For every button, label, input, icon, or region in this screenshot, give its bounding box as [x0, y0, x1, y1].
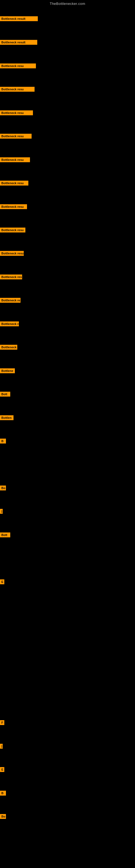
- bottleneck-bar-24: |: [0, 744, 3, 749]
- bottleneck-bar-1: Bottleneck result: [0, 40, 37, 45]
- bottleneck-bar-4: Bottleneck resu: [0, 111, 33, 115]
- bottleneck-bar-26: B: [0, 791, 6, 796]
- bottleneck-bar-15: Bottlene: [0, 368, 15, 373]
- bottleneck-bar-23: F: [0, 720, 4, 725]
- bottleneck-bar-5: Bottleneck resu: [0, 134, 32, 138]
- site-title: TheBottlenecker.com: [0, 0, 135, 7]
- bottleneck-bar-20: |: [0, 509, 3, 514]
- bottleneck-bar-14: Bottleneck r: [0, 345, 17, 350]
- bottleneck-bar-18: B: [0, 439, 6, 443]
- bottleneck-bar-2: Bottleneck resu: [0, 63, 36, 68]
- bottleneck-bar-6: Bottleneck resu: [0, 157, 30, 162]
- bottleneck-bar-9: Bottleneck resu: [0, 227, 26, 232]
- bottleneck-bar-12: Bottleneck re: [0, 298, 20, 303]
- bottleneck-bar-0: Bottleneck result: [0, 16, 38, 21]
- bottleneck-bar-10: Bottleneck resu: [0, 251, 24, 256]
- bottleneck-bar-21: Bott: [0, 532, 10, 537]
- bottleneck-bar-13: Bottleneck re: [0, 321, 19, 326]
- bottleneck-bar-19: Bo: [0, 486, 6, 490]
- bottleneck-bar-17: Bottlen: [0, 415, 13, 420]
- bottleneck-bar-27: Bo: [0, 814, 6, 819]
- bottleneck-bar-3: Bottleneck resu: [0, 87, 35, 92]
- bottleneck-bar-25: E: [0, 767, 4, 772]
- bottleneck-bar-8: Bottleneck resu: [0, 204, 27, 209]
- bottleneck-bar-16: Bott: [0, 392, 10, 397]
- bottleneck-bar-7: Bottleneck resu: [0, 181, 28, 186]
- bottleneck-bar-11: Bottleneck res: [0, 275, 22, 279]
- bottleneck-bar-22: E: [0, 579, 4, 584]
